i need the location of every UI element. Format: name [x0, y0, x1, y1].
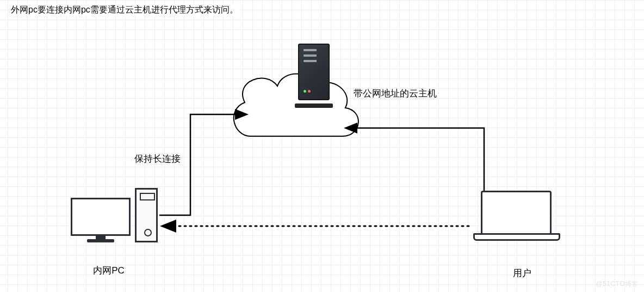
- user-label: 用户: [506, 267, 538, 279]
- server-icon: [298, 44, 330, 105]
- watermark: @51CTO博客: [596, 279, 639, 289]
- laptop-icon: [473, 191, 560, 245]
- keep-alive-label: 保持长连接: [134, 153, 181, 165]
- cloud-server-label: 带公网地址的云主机: [354, 87, 437, 100]
- arrow-user-to-cloud: [346, 128, 484, 191]
- desktop-pc-icon: [71, 188, 169, 249]
- internal-pc-label: 内网PC: [87, 264, 131, 277]
- page-caption: 外网pc要连接内网pc需要通过云主机进行代理方式来访问。: [11, 4, 240, 16]
